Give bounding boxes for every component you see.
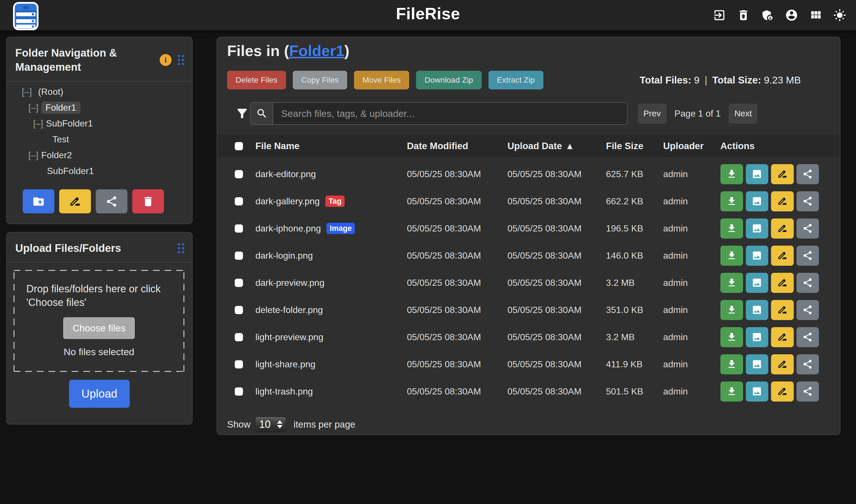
file-name[interactable]: light-trash.png (256, 386, 313, 397)
drag-handle-icon[interactable] (178, 55, 184, 65)
edit-file-button[interactable] (771, 300, 794, 320)
preview-image-button[interactable] (746, 218, 769, 238)
delete-folder-button[interactable] (132, 189, 164, 213)
upload-button[interactable]: Upload (69, 380, 130, 408)
download-file-button[interactable] (720, 246, 743, 266)
col-file-name[interactable]: File Name (256, 141, 407, 151)
col-uploader[interactable]: Uploader (663, 141, 720, 151)
tree-label[interactable]: SubFolder1 (47, 166, 94, 176)
share-file-button[interactable] (797, 191, 819, 211)
preview-image-button[interactable] (746, 327, 769, 347)
preview-image-button[interactable] (746, 354, 769, 374)
download-file-button[interactable] (720, 273, 743, 293)
row-checkbox[interactable] (235, 252, 243, 260)
share-file-button[interactable] (797, 381, 819, 401)
share-file-button[interactable] (797, 327, 819, 347)
create-folder-button[interactable] (23, 189, 54, 213)
copy-files-button[interactable]: Copy Files (293, 71, 347, 89)
share-folder-button[interactable] (96, 189, 127, 213)
next-page-button[interactable]: Next (729, 104, 757, 124)
image-badge[interactable]: Image (327, 223, 355, 234)
download-file-button[interactable] (720, 381, 743, 401)
row-checkbox[interactable] (235, 170, 243, 178)
edit-file-button[interactable] (771, 164, 794, 184)
row-checkbox[interactable] (235, 279, 243, 287)
file-name[interactable]: light-share.png (256, 359, 315, 370)
filter-icon[interactable] (235, 106, 249, 121)
share-file-button[interactable] (797, 218, 819, 238)
tree-label[interactable]: Test (52, 134, 69, 145)
edit-file-button[interactable] (771, 327, 794, 347)
file-name[interactable]: dark-gallery.png (256, 196, 320, 206)
share-file-button[interactable] (797, 246, 819, 266)
file-name[interactable]: light-preview.png (256, 332, 324, 342)
admin-panel-icon[interactable] (761, 8, 774, 22)
preview-image-button[interactable] (746, 381, 769, 401)
share-file-button[interactable] (797, 300, 819, 320)
download-file-button[interactable] (720, 327, 743, 347)
col-date-modified[interactable]: Date Modified (407, 141, 507, 151)
upload-dropzone[interactable]: Drop files/folders here or click 'Choose… (14, 270, 184, 372)
drag-handle-icon[interactable] (178, 243, 184, 253)
tree-label[interactable]: SubFolder1 (46, 118, 93, 129)
delete-files-button[interactable]: Delete Files (227, 71, 286, 89)
tag-badge[interactable]: Tag (325, 196, 345, 207)
file-name[interactable]: dark-login.png (256, 250, 313, 261)
preview-image-button[interactable] (746, 191, 769, 211)
edit-file-button[interactable] (771, 273, 794, 293)
logout-icon[interactable] (713, 8, 726, 22)
prev-page-button[interactable]: Prev (638, 104, 667, 124)
rename-folder-button[interactable] (59, 189, 91, 213)
preview-image-button[interactable] (746, 246, 769, 266)
select-all-checkbox[interactable] (235, 142, 243, 150)
share-file-button[interactable] (797, 273, 819, 293)
tree-toggle-icon[interactable]: [–] (28, 150, 38, 160)
light-mode-icon[interactable] (833, 8, 846, 22)
col-upload-date[interactable]: Upload Date▲ (507, 141, 606, 151)
info-icon[interactable]: i (160, 54, 172, 66)
preview-image-button[interactable] (746, 273, 769, 293)
grid-view-icon[interactable] (809, 8, 822, 22)
tree-toggle-icon[interactable]: [–] (28, 103, 38, 113)
row-checkbox[interactable] (235, 388, 243, 396)
preview-image-button[interactable] (746, 300, 769, 320)
edit-file-button[interactable] (771, 354, 794, 374)
file-name[interactable]: dark-editor.png (256, 169, 316, 179)
download-file-button[interactable] (720, 300, 743, 320)
share-file-button[interactable] (797, 164, 819, 184)
file-name[interactable]: dark-iphone.png (256, 223, 321, 234)
edit-file-button[interactable] (771, 246, 794, 266)
download-file-button[interactable] (720, 164, 743, 184)
download-file-button[interactable] (720, 218, 743, 238)
row-checkbox[interactable] (235, 333, 243, 341)
restore-trash-icon[interactable] (737, 8, 750, 22)
tree-toggle-icon[interactable]: [–] (33, 118, 43, 129)
col-file-size[interactable]: File Size (606, 141, 663, 151)
row-checkbox[interactable] (235, 360, 243, 368)
download-file-button[interactable] (720, 354, 743, 374)
row-checkbox[interactable] (235, 224, 243, 233)
move-files-button[interactable]: Move Files (354, 71, 409, 89)
edit-file-button[interactable] (771, 191, 794, 211)
row-checkbox[interactable] (235, 306, 243, 314)
choose-files-button[interactable]: Choose files (63, 317, 135, 339)
extract-zip-button[interactable]: Extract Zip (488, 71, 543, 89)
tree-label[interactable]: Folder2 (41, 150, 72, 160)
share-file-button[interactable] (797, 354, 819, 374)
search-input[interactable] (273, 102, 628, 125)
tree-toggle-icon[interactable]: [–] (22, 87, 32, 97)
account-icon[interactable] (785, 8, 798, 22)
tree-label[interactable]: (Root) (38, 87, 64, 97)
edit-file-button[interactable] (771, 381, 794, 401)
tree-label[interactable]: Folder1 (41, 102, 81, 114)
row-checkbox[interactable] (235, 197, 243, 205)
file-name[interactable]: dark-preview.png (256, 277, 325, 288)
download-zip-button[interactable]: Download Zip (416, 71, 482, 89)
edit-file-button[interactable] (771, 218, 794, 238)
preview-image-button[interactable] (746, 164, 769, 184)
file-name[interactable]: delete-folder.png (256, 305, 323, 315)
folder-link[interactable]: Folder1 (289, 42, 344, 59)
download-file-button[interactable] (720, 191, 743, 211)
search-icon[interactable] (250, 102, 273, 125)
items-per-page-select[interactable]: 10 (255, 417, 286, 432)
